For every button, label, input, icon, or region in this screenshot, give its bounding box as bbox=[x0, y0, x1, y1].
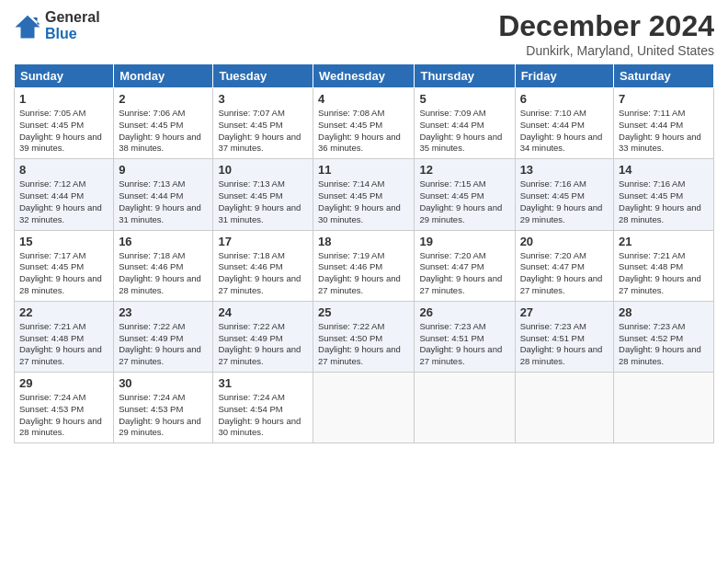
calendar-week-2: 8Sunrise: 7:12 AMSunset: 4:44 PMDaylight… bbox=[15, 159, 714, 230]
day-header-thursday: Thursday bbox=[415, 64, 515, 88]
calendar-cell: 31Sunrise: 7:24 AMSunset: 4:54 PMDayligh… bbox=[213, 373, 313, 443]
day-detail: Sunrise: 7:18 AMSunset: 4:46 PMDaylight:… bbox=[119, 250, 208, 297]
day-detail: Sunrise: 7:16 AMSunset: 4:45 PMDaylight:… bbox=[520, 178, 609, 225]
day-header-saturday: Saturday bbox=[614, 64, 714, 88]
calendar-cell: 14Sunrise: 7:16 AMSunset: 4:45 PMDayligh… bbox=[614, 159, 714, 230]
logo-text: General Blue bbox=[45, 9, 100, 41]
calendar-cell: 11Sunrise: 7:14 AMSunset: 4:45 PMDayligh… bbox=[313, 159, 415, 230]
day-number: 9 bbox=[119, 163, 208, 177]
day-number: 30 bbox=[119, 376, 208, 390]
day-number: 22 bbox=[19, 305, 108, 319]
day-number: 18 bbox=[318, 235, 409, 248]
day-number: 21 bbox=[619, 235, 709, 248]
calendar-week-1: 1Sunrise: 7:05 AMSunset: 4:45 PMDaylight… bbox=[15, 88, 714, 159]
calendar-cell: 26Sunrise: 7:23 AMSunset: 4:51 PMDayligh… bbox=[415, 301, 515, 372]
header: General Blue December 2024 Dunkirk, Mary… bbox=[14, 9, 714, 58]
day-number: 6 bbox=[520, 92, 609, 106]
calendar-cell: 6Sunrise: 7:10 AMSunset: 4:44 PMDaylight… bbox=[515, 88, 613, 159]
calendar-cell: 1Sunrise: 7:05 AMSunset: 4:45 PMDaylight… bbox=[15, 88, 114, 159]
month-title: December 2024 bbox=[498, 9, 714, 43]
day-number: 19 bbox=[419, 235, 509, 248]
calendar-cell: 8Sunrise: 7:12 AMSunset: 4:44 PMDaylight… bbox=[15, 159, 114, 230]
calendar-cell: 24Sunrise: 7:22 AMSunset: 4:49 PMDayligh… bbox=[213, 301, 313, 372]
day-header-monday: Monday bbox=[114, 64, 213, 88]
day-number: 27 bbox=[520, 305, 609, 319]
calendar-cell: 7Sunrise: 7:11 AMSunset: 4:44 PMDaylight… bbox=[614, 88, 714, 159]
day-detail: Sunrise: 7:22 AMSunset: 4:49 PMDaylight:… bbox=[119, 321, 208, 368]
day-number: 26 bbox=[419, 305, 509, 319]
day-number: 10 bbox=[218, 163, 308, 177]
day-number: 17 bbox=[218, 235, 308, 248]
calendar-cell bbox=[515, 373, 613, 443]
day-number: 13 bbox=[520, 163, 609, 177]
day-number: 12 bbox=[419, 163, 509, 177]
calendar-cell: 5Sunrise: 7:09 AMSunset: 4:44 PMDaylight… bbox=[415, 88, 515, 159]
calendar-table: SundayMondayTuesdayWednesdayThursdayFrid… bbox=[14, 63, 714, 443]
day-detail: Sunrise: 7:17 AMSunset: 4:45 PMDaylight:… bbox=[19, 250, 108, 297]
calendar-cell: 9Sunrise: 7:13 AMSunset: 4:44 PMDaylight… bbox=[114, 159, 213, 230]
calendar-cell: 10Sunrise: 7:13 AMSunset: 4:45 PMDayligh… bbox=[213, 159, 313, 230]
day-number: 20 bbox=[520, 235, 609, 248]
day-detail: Sunrise: 7:09 AMSunset: 4:44 PMDaylight:… bbox=[419, 108, 509, 155]
day-number: 24 bbox=[218, 305, 308, 319]
logo-general-text: General bbox=[45, 9, 100, 26]
calendar-cell bbox=[614, 373, 714, 443]
location-title: Dunkirk, Maryland, United States bbox=[498, 43, 714, 58]
day-detail: Sunrise: 7:23 AMSunset: 4:51 PMDaylight:… bbox=[520, 321, 609, 368]
calendar-cell: 25Sunrise: 7:22 AMSunset: 4:50 PMDayligh… bbox=[313, 301, 415, 372]
day-detail: Sunrise: 7:08 AMSunset: 4:45 PMDaylight:… bbox=[318, 108, 409, 155]
day-number: 31 bbox=[218, 376, 308, 390]
day-number: 8 bbox=[19, 163, 108, 177]
day-detail: Sunrise: 7:20 AMSunset: 4:47 PMDaylight:… bbox=[419, 250, 509, 297]
logo-icon bbox=[14, 12, 41, 40]
calendar-cell: 27Sunrise: 7:23 AMSunset: 4:51 PMDayligh… bbox=[515, 301, 613, 372]
calendar-cell: 28Sunrise: 7:23 AMSunset: 4:52 PMDayligh… bbox=[614, 301, 714, 372]
logo: General Blue bbox=[14, 9, 100, 41]
day-detail: Sunrise: 7:21 AMSunset: 4:48 PMDaylight:… bbox=[19, 321, 108, 368]
day-header-tuesday: Tuesday bbox=[213, 64, 313, 88]
day-header-friday: Friday bbox=[515, 64, 613, 88]
calendar-cell: 17Sunrise: 7:18 AMSunset: 4:46 PMDayligh… bbox=[213, 230, 313, 301]
day-number: 11 bbox=[318, 163, 409, 177]
day-detail: Sunrise: 7:13 AMSunset: 4:44 PMDaylight:… bbox=[119, 178, 208, 225]
day-number: 3 bbox=[218, 92, 308, 106]
title-area: December 2024 Dunkirk, Maryland, United … bbox=[498, 9, 714, 58]
logo-blue-text: Blue bbox=[45, 26, 100, 42]
day-detail: Sunrise: 7:15 AMSunset: 4:45 PMDaylight:… bbox=[419, 178, 509, 225]
day-number: 14 bbox=[619, 163, 709, 177]
calendar-cell: 22Sunrise: 7:21 AMSunset: 4:48 PMDayligh… bbox=[15, 301, 114, 372]
day-detail: Sunrise: 7:22 AMSunset: 4:50 PMDaylight:… bbox=[318, 321, 409, 368]
calendar-cell bbox=[415, 373, 515, 443]
day-detail: Sunrise: 7:11 AMSunset: 4:44 PMDaylight:… bbox=[619, 108, 709, 155]
day-detail: Sunrise: 7:05 AMSunset: 4:45 PMDaylight:… bbox=[19, 108, 108, 155]
day-detail: Sunrise: 7:14 AMSunset: 4:45 PMDaylight:… bbox=[318, 178, 409, 225]
calendar-cell: 4Sunrise: 7:08 AMSunset: 4:45 PMDaylight… bbox=[313, 88, 415, 159]
calendar-cell: 2Sunrise: 7:06 AMSunset: 4:45 PMDaylight… bbox=[114, 88, 213, 159]
day-detail: Sunrise: 7:24 AMSunset: 4:54 PMDaylight:… bbox=[218, 392, 308, 439]
calendar-cell: 29Sunrise: 7:24 AMSunset: 4:53 PMDayligh… bbox=[15, 373, 114, 443]
day-detail: Sunrise: 7:24 AMSunset: 4:53 PMDaylight:… bbox=[19, 392, 108, 439]
day-detail: Sunrise: 7:23 AMSunset: 4:51 PMDaylight:… bbox=[419, 321, 509, 368]
calendar-cell: 30Sunrise: 7:24 AMSunset: 4:53 PMDayligh… bbox=[114, 373, 213, 443]
calendar-cell: 21Sunrise: 7:21 AMSunset: 4:48 PMDayligh… bbox=[614, 230, 714, 301]
calendar-week-4: 22Sunrise: 7:21 AMSunset: 4:48 PMDayligh… bbox=[15, 301, 714, 372]
day-detail: Sunrise: 7:18 AMSunset: 4:46 PMDaylight:… bbox=[218, 250, 308, 297]
calendar-cell: 16Sunrise: 7:18 AMSunset: 4:46 PMDayligh… bbox=[114, 230, 213, 301]
calendar-cell: 13Sunrise: 7:16 AMSunset: 4:45 PMDayligh… bbox=[515, 159, 613, 230]
day-detail: Sunrise: 7:10 AMSunset: 4:44 PMDaylight:… bbox=[520, 108, 609, 155]
day-number: 23 bbox=[119, 305, 208, 319]
day-number: 15 bbox=[19, 235, 108, 248]
day-detail: Sunrise: 7:23 AMSunset: 4:52 PMDaylight:… bbox=[619, 321, 709, 368]
day-detail: Sunrise: 7:12 AMSunset: 4:44 PMDaylight:… bbox=[19, 178, 108, 225]
day-detail: Sunrise: 7:06 AMSunset: 4:45 PMDaylight:… bbox=[119, 108, 208, 155]
calendar-week-3: 15Sunrise: 7:17 AMSunset: 4:45 PMDayligh… bbox=[15, 230, 714, 301]
main-container: General Blue December 2024 Dunkirk, Mary… bbox=[0, 0, 728, 448]
day-detail: Sunrise: 7:16 AMSunset: 4:45 PMDaylight:… bbox=[619, 178, 709, 225]
day-detail: Sunrise: 7:21 AMSunset: 4:48 PMDaylight:… bbox=[619, 250, 709, 297]
calendar-week-5: 29Sunrise: 7:24 AMSunset: 4:53 PMDayligh… bbox=[15, 373, 714, 443]
day-detail: Sunrise: 7:24 AMSunset: 4:53 PMDaylight:… bbox=[119, 392, 208, 439]
day-number: 5 bbox=[419, 92, 509, 106]
calendar-cell: 19Sunrise: 7:20 AMSunset: 4:47 PMDayligh… bbox=[415, 230, 515, 301]
day-detail: Sunrise: 7:07 AMSunset: 4:45 PMDaylight:… bbox=[218, 108, 308, 155]
day-number: 1 bbox=[19, 92, 108, 106]
